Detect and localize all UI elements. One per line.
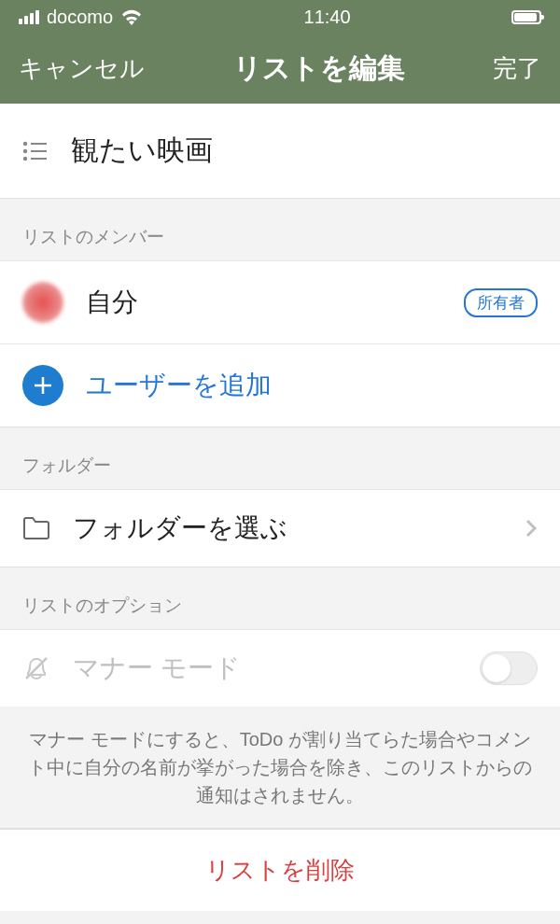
content: 観たい映画 リストのメンバー 自分 所有者 ユーザーを追加 フォルダー フォルダ… bbox=[0, 104, 560, 911]
status-left: docomo bbox=[19, 7, 143, 28]
cancel-button[interactable]: キャンセル bbox=[19, 52, 145, 85]
mute-row: マナー モード bbox=[0, 629, 560, 707]
svg-point-2 bbox=[24, 149, 26, 151]
carrier-label: docomo bbox=[47, 7, 113, 28]
section-folder-header: フォルダー bbox=[0, 427, 560, 489]
wifi-icon bbox=[120, 8, 143, 25]
done-button[interactable]: 完了 bbox=[493, 52, 541, 85]
mute-description: マナー モードにすると、ToDo が割り当てらた場合やコメント中に自分の名前が挙… bbox=[0, 707, 560, 829]
signal-icon bbox=[19, 10, 39, 24]
avatar bbox=[22, 282, 63, 323]
bell-off-icon bbox=[22, 654, 50, 682]
status-right bbox=[511, 10, 541, 24]
owner-badge: 所有者 bbox=[464, 288, 538, 317]
add-user-button[interactable]: ユーザーを追加 bbox=[0, 343, 560, 427]
nav-title: リストを編集 bbox=[233, 49, 405, 88]
select-folder-label: フォルダーを選ぶ bbox=[73, 511, 502, 546]
nav-bar: キャンセル リストを編集 完了 bbox=[0, 34, 560, 104]
chevron-right-icon bbox=[525, 518, 538, 539]
battery-icon bbox=[511, 10, 541, 24]
member-name: 自分 bbox=[86, 285, 441, 320]
select-folder-button[interactable]: フォルダーを選ぶ bbox=[0, 489, 560, 567]
mute-label: マナー モード bbox=[73, 651, 457, 686]
list-name-row[interactable]: 観たい映画 bbox=[0, 104, 560, 199]
section-members-header: リストのメンバー bbox=[0, 199, 560, 260]
status-time: 11:40 bbox=[304, 7, 351, 28]
delete-list-label: リストを削除 bbox=[205, 856, 355, 884]
svg-point-4 bbox=[24, 157, 26, 159]
delete-list-button[interactable]: リストを削除 bbox=[0, 829, 560, 911]
svg-point-0 bbox=[24, 142, 26, 144]
add-user-label: ユーザーを追加 bbox=[86, 368, 272, 403]
section-options-header: リストのオプション bbox=[0, 567, 560, 629]
folder-icon bbox=[22, 516, 50, 540]
list-name-input[interactable]: 観たい映画 bbox=[71, 132, 213, 170]
list-icon bbox=[22, 141, 49, 161]
member-row-self: 自分 所有者 bbox=[0, 260, 560, 343]
status-bar: docomo 11:40 bbox=[0, 0, 560, 34]
mute-toggle[interactable] bbox=[480, 651, 538, 685]
plus-icon bbox=[22, 365, 63, 406]
